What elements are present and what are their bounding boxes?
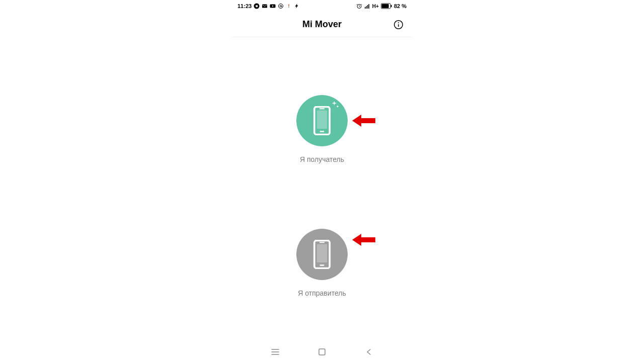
svg-rect-7: [366, 6, 367, 9]
receiver-label: Я получатель: [300, 155, 344, 163]
svg-rect-22: [319, 242, 325, 243]
status-time: 11:23: [237, 3, 252, 9]
phone-sparkle-icon: [312, 106, 332, 135]
phone-screen: 11:23: [231, 0, 413, 362]
battery-percent: 82 %: [394, 3, 407, 9]
svg-point-4: [280, 5, 282, 7]
battery-icon: [381, 3, 392, 9]
svg-point-3: [279, 4, 283, 9]
status-right: H+ 82 %: [356, 3, 407, 9]
chevron-left-icon: [366, 348, 372, 355]
svg-point-14: [398, 22, 399, 23]
svg-rect-8: [367, 5, 368, 9]
menu-icon: [271, 348, 279, 355]
phone-icon: [312, 240, 332, 269]
svg-rect-6: [365, 7, 366, 9]
nav-home-button[interactable]: [312, 342, 332, 362]
sender-circle: [296, 229, 348, 280]
svg-rect-21: [317, 244, 327, 262]
youtube-icon: [270, 3, 276, 9]
sender-label: Я отправитель: [298, 289, 346, 297]
svg-rect-23: [320, 264, 325, 266]
compass-icon: [286, 3, 292, 9]
square-icon: [318, 348, 326, 355]
at-icon: [278, 3, 284, 9]
receiver-option[interactable]: Я получатель: [296, 95, 348, 163]
app-header: Mi Mover: [231, 12, 413, 37]
nav-recent-button[interactable]: [265, 342, 285, 362]
main-content: Я получатель Я отправитель: [231, 37, 413, 342]
alarm-icon: [356, 3, 362, 9]
bolt-icon: [294, 3, 300, 9]
signal-icon: [364, 3, 370, 9]
sender-option[interactable]: Я отправитель: [296, 229, 348, 297]
sparkle-icon: [332, 101, 340, 109]
status-bar: 11:23: [231, 0, 413, 12]
svg-rect-17: [317, 111, 327, 129]
status-left: 11:23: [237, 3, 300, 9]
svg-rect-12: [391, 5, 392, 8]
info-button[interactable]: [393, 20, 404, 30]
svg-rect-1: [262, 5, 267, 8]
info-icon: [393, 20, 404, 30]
mail-icon: [262, 3, 268, 9]
receiver-circle: [296, 95, 348, 146]
nav-bar: [231, 342, 413, 362]
svg-rect-9: [368, 4, 369, 9]
svg-rect-11: [381, 4, 388, 8]
telegram-icon: [254, 3, 260, 9]
network-type: H+: [372, 4, 379, 9]
svg-rect-27: [319, 349, 325, 355]
svg-rect-18: [319, 108, 325, 109]
svg-rect-19: [320, 131, 325, 132]
nav-back-button[interactable]: [359, 342, 379, 362]
page-title: Mi Mover: [302, 19, 342, 30]
